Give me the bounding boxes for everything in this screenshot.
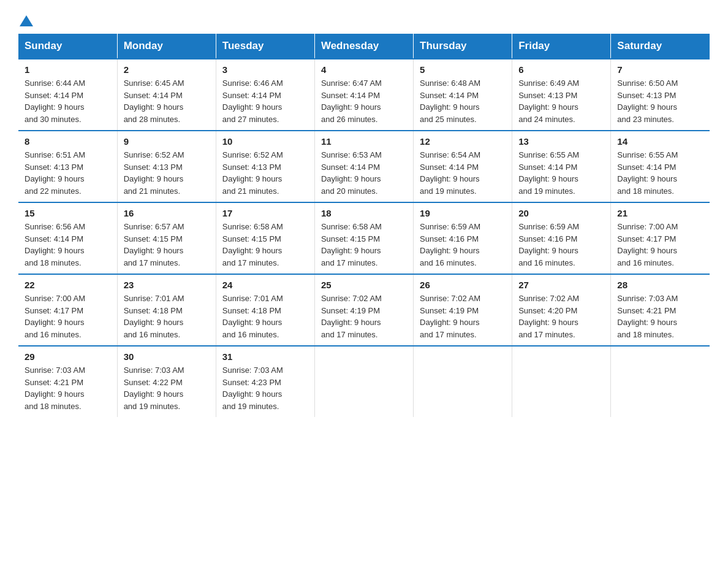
calendar-table: SundayMondayTuesdayWednesdayThursdayFrid… xyxy=(18,34,710,417)
calendar-cell: 11 Sunrise: 6:53 AMSunset: 4:14 PMDaylig… xyxy=(314,131,413,202)
calendar-cell: 22 Sunrise: 7:00 AMSunset: 4:17 PMDaylig… xyxy=(18,274,117,346)
day-info: Sunrise: 7:03 AMSunset: 4:22 PMDaylight:… xyxy=(124,364,210,412)
day-number: 3 xyxy=(222,64,308,75)
calendar-cell: 8 Sunrise: 6:51 AMSunset: 4:13 PMDayligh… xyxy=(18,131,117,202)
day-number: 5 xyxy=(420,64,506,75)
day-info: Sunrise: 7:03 AMSunset: 4:23 PMDaylight:… xyxy=(222,364,308,412)
calendar-cell: 25 Sunrise: 7:02 AMSunset: 4:19 PMDaylig… xyxy=(314,274,413,346)
page-header xyxy=(18,12,710,28)
day-info: Sunrise: 7:02 AMSunset: 4:20 PMDaylight:… xyxy=(518,293,604,340)
day-info: Sunrise: 6:44 AMSunset: 4:14 PMDaylight:… xyxy=(25,77,111,125)
day-number: 14 xyxy=(617,136,703,147)
day-info: Sunrise: 6:52 AMSunset: 4:13 PMDaylight:… xyxy=(124,149,210,197)
day-number: 7 xyxy=(617,64,703,75)
day-info: Sunrise: 7:02 AMSunset: 4:19 PMDaylight:… xyxy=(321,293,407,340)
day-info: Sunrise: 7:03 AMSunset: 4:21 PMDaylight:… xyxy=(25,364,111,412)
calendar-cell xyxy=(414,346,512,417)
calendar-cell xyxy=(512,346,611,417)
calendar-cell: 28 Sunrise: 7:03 AMSunset: 4:21 PMDaylig… xyxy=(611,274,710,346)
day-number: 28 xyxy=(617,280,703,290)
calendar-cell: 21 Sunrise: 7:00 AMSunset: 4:17 PMDaylig… xyxy=(611,202,710,274)
header-sunday: Sunday xyxy=(18,34,117,59)
day-info: Sunrise: 6:59 AMSunset: 4:16 PMDaylight:… xyxy=(518,221,604,269)
day-info: Sunrise: 6:54 AMSunset: 4:14 PMDaylight:… xyxy=(420,149,506,197)
header-wednesday: Wednesday xyxy=(314,34,413,59)
day-number: 4 xyxy=(321,64,407,75)
logo-triangle-icon xyxy=(20,14,33,28)
day-number: 6 xyxy=(518,64,604,75)
calendar-cell: 3 Sunrise: 6:46 AMSunset: 4:14 PMDayligh… xyxy=(216,59,314,131)
calendar-cell: 29 Sunrise: 7:03 AMSunset: 4:21 PMDaylig… xyxy=(18,346,117,417)
calendar-cell: 17 Sunrise: 6:58 AMSunset: 4:15 PMDaylig… xyxy=(216,202,314,274)
calendar-cell: 27 Sunrise: 7:02 AMSunset: 4:20 PMDaylig… xyxy=(512,274,611,346)
calendar-cell: 5 Sunrise: 6:48 AMSunset: 4:14 PMDayligh… xyxy=(414,59,512,131)
calendar-week-5: 29 Sunrise: 7:03 AMSunset: 4:21 PMDaylig… xyxy=(18,346,710,417)
day-info: Sunrise: 6:56 AMSunset: 4:14 PMDaylight:… xyxy=(25,221,111,269)
header-tuesday: Tuesday xyxy=(216,34,314,59)
day-info: Sunrise: 7:02 AMSunset: 4:19 PMDaylight:… xyxy=(420,293,506,340)
calendar-cell: 15 Sunrise: 6:56 AMSunset: 4:14 PMDaylig… xyxy=(18,202,117,274)
day-number: 16 xyxy=(124,208,210,218)
calendar-cell xyxy=(314,346,413,417)
day-number: 18 xyxy=(321,208,407,218)
day-info: Sunrise: 6:59 AMSunset: 4:16 PMDaylight:… xyxy=(420,221,506,269)
svg-marker-0 xyxy=(20,15,33,26)
day-number: 27 xyxy=(518,280,604,290)
calendar-cell: 18 Sunrise: 6:58 AMSunset: 4:15 PMDaylig… xyxy=(314,202,413,274)
calendar-week-2: 8 Sunrise: 6:51 AMSunset: 4:13 PMDayligh… xyxy=(18,131,710,202)
day-info: Sunrise: 6:58 AMSunset: 4:15 PMDaylight:… xyxy=(222,221,308,269)
day-info: Sunrise: 6:51 AMSunset: 4:13 PMDaylight:… xyxy=(25,149,111,197)
day-info: Sunrise: 6:50 AMSunset: 4:13 PMDaylight:… xyxy=(617,77,703,125)
calendar-cell: 1 Sunrise: 6:44 AMSunset: 4:14 PMDayligh… xyxy=(18,59,117,131)
day-number: 17 xyxy=(222,208,308,218)
calendar-header-row: SundayMondayTuesdayWednesdayThursdayFrid… xyxy=(18,34,710,59)
day-number: 2 xyxy=(124,64,210,75)
header-thursday: Thursday xyxy=(414,34,512,59)
day-number: 31 xyxy=(222,351,308,362)
calendar-cell: 6 Sunrise: 6:49 AMSunset: 4:13 PMDayligh… xyxy=(512,59,611,131)
day-info: Sunrise: 7:03 AMSunset: 4:21 PMDaylight:… xyxy=(617,293,703,340)
day-number: 25 xyxy=(321,280,407,290)
calendar-cell: 4 Sunrise: 6:47 AMSunset: 4:14 PMDayligh… xyxy=(314,59,413,131)
calendar-cell: 23 Sunrise: 7:01 AMSunset: 4:18 PMDaylig… xyxy=(117,274,216,346)
day-info: Sunrise: 6:55 AMSunset: 4:14 PMDaylight:… xyxy=(518,149,604,197)
day-info: Sunrise: 7:00 AMSunset: 4:17 PMDaylight:… xyxy=(25,293,111,340)
day-info: Sunrise: 6:55 AMSunset: 4:14 PMDaylight:… xyxy=(617,149,703,197)
calendar-cell: 14 Sunrise: 6:55 AMSunset: 4:14 PMDaylig… xyxy=(611,131,710,202)
calendar-cell: 19 Sunrise: 6:59 AMSunset: 4:16 PMDaylig… xyxy=(414,202,512,274)
calendar-cell: 10 Sunrise: 6:52 AMSunset: 4:13 PMDaylig… xyxy=(216,131,314,202)
day-number: 20 xyxy=(518,208,604,218)
calendar-cell xyxy=(611,346,710,417)
header-monday: Monday xyxy=(117,34,216,59)
day-number: 23 xyxy=(124,280,210,290)
calendar-cell: 26 Sunrise: 7:02 AMSunset: 4:19 PMDaylig… xyxy=(414,274,512,346)
calendar-week-1: 1 Sunrise: 6:44 AMSunset: 4:14 PMDayligh… xyxy=(18,59,710,131)
day-number: 19 xyxy=(420,208,506,218)
calendar-cell: 9 Sunrise: 6:52 AMSunset: 4:13 PMDayligh… xyxy=(117,131,216,202)
calendar-cell: 24 Sunrise: 7:01 AMSunset: 4:18 PMDaylig… xyxy=(216,274,314,346)
day-number: 24 xyxy=(222,280,308,290)
day-info: Sunrise: 6:58 AMSunset: 4:15 PMDaylight:… xyxy=(321,221,407,269)
header-friday: Friday xyxy=(512,34,611,59)
calendar-cell: 30 Sunrise: 7:03 AMSunset: 4:22 PMDaylig… xyxy=(117,346,216,417)
day-number: 30 xyxy=(124,351,210,362)
day-info: Sunrise: 6:52 AMSunset: 4:13 PMDaylight:… xyxy=(222,149,308,197)
calendar-cell: 2 Sunrise: 6:45 AMSunset: 4:14 PMDayligh… xyxy=(117,59,216,131)
day-info: Sunrise: 7:01 AMSunset: 4:18 PMDaylight:… xyxy=(124,293,210,340)
day-number: 10 xyxy=(222,136,308,147)
calendar-cell: 20 Sunrise: 6:59 AMSunset: 4:16 PMDaylig… xyxy=(512,202,611,274)
day-info: Sunrise: 6:57 AMSunset: 4:15 PMDaylight:… xyxy=(124,221,210,269)
day-info: Sunrise: 6:53 AMSunset: 4:14 PMDaylight:… xyxy=(321,149,407,197)
day-number: 8 xyxy=(25,136,111,147)
day-info: Sunrise: 6:49 AMSunset: 4:13 PMDaylight:… xyxy=(518,77,604,125)
header-saturday: Saturday xyxy=(611,34,710,59)
calendar-week-4: 22 Sunrise: 7:00 AMSunset: 4:17 PMDaylig… xyxy=(18,274,710,346)
logo xyxy=(18,12,33,28)
calendar-cell: 16 Sunrise: 6:57 AMSunset: 4:15 PMDaylig… xyxy=(117,202,216,274)
day-info: Sunrise: 6:45 AMSunset: 4:14 PMDaylight:… xyxy=(124,77,210,125)
day-info: Sunrise: 6:46 AMSunset: 4:14 PMDaylight:… xyxy=(222,77,308,125)
day-info: Sunrise: 6:48 AMSunset: 4:14 PMDaylight:… xyxy=(420,77,506,125)
day-number: 9 xyxy=(124,136,210,147)
day-number: 13 xyxy=(518,136,604,147)
day-number: 26 xyxy=(420,280,506,290)
